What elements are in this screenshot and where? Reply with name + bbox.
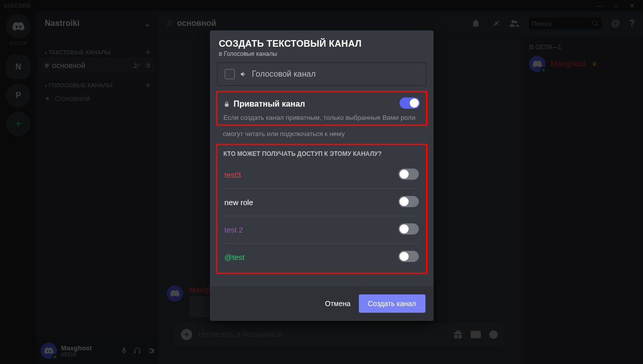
create-channel-button[interactable]: Создать канал — [359, 294, 425, 313]
access-roles-title: КТО МОЖЕТ ПОЛУЧАТЬ ДОСТУП К ЭТОМУ КАНАЛУ… — [224, 150, 420, 157]
speaker-icon — [240, 71, 247, 78]
role-row: @test — [224, 244, 420, 271]
private-channel-desc-line2: смогут читать или подключаться к нему — [223, 130, 426, 139]
role-row: new role — [224, 189, 420, 216]
create-channel-modal: СОЗДАТЬ ТЕКСТОВЫЙ КАНАЛ в Голосовые кана… — [210, 30, 434, 321]
private-channel-desc-line1: Если создать канал приватным, только выб… — [224, 114, 420, 122]
role-access-toggle[interactable] — [399, 223, 419, 235]
role-name: new role — [225, 198, 254, 207]
modal-subtitle: в Голосовые каналы — [219, 50, 424, 57]
role-row: test 2 — [224, 216, 420, 244]
role-access-toggle[interactable] — [399, 251, 419, 262]
private-channel-toggle[interactable] — [400, 97, 420, 109]
access-roles-section: КТО МОЖЕТ ПОЛУЧАТЬ ДОСТУП К ЭТОМУ КАНАЛУ… — [216, 144, 427, 274]
channel-type-label: Голосовой канал — [252, 70, 316, 79]
modal-wrapper: СОЗДАТЬ ТЕКСТОВЫЙ КАНАЛ в Голосовые кана… — [0, 0, 643, 364]
modal-title: СОЗДАТЬ ТЕКСТОВЫЙ КАНАЛ — [219, 39, 424, 49]
channel-type-voice-option[interactable]: Голосовой канал — [217, 62, 426, 86]
role-access-toggle[interactable] — [399, 196, 419, 207]
role-access-toggle[interactable] — [399, 169, 419, 180]
lock-icon — [224, 101, 230, 108]
role-name: @test — [225, 253, 244, 261]
role-row: test3 — [224, 161, 420, 189]
role-name: test 2 — [225, 225, 243, 234]
private-channel-label: Приватный канал — [234, 100, 305, 109]
modal-footer: Отмена Создать канал — [210, 286, 434, 321]
private-channel-section: Приватный канал Если создать канал прива… — [216, 91, 427, 126]
role-name: test3 — [225, 171, 241, 179]
cancel-button[interactable]: Отмена — [325, 300, 350, 308]
checkbox[interactable] — [225, 69, 235, 79]
